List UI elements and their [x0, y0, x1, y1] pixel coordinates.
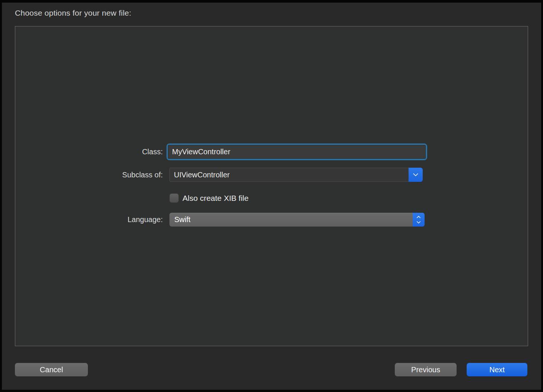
also-create-xib-label[interactable]: Also create XIB file: [182, 193, 248, 203]
language-popup-button[interactable]: Swift: [169, 213, 425, 227]
options-panel: [15, 26, 528, 346]
cancel-button[interactable]: Cancel: [15, 363, 88, 376]
language-popup-value: Swift: [174, 213, 410, 227]
new-file-options-dialog: Choose options for your new file: Class:…: [2, 3, 541, 390]
dialog-title: Choose options for your new file:: [15, 9, 131, 18]
class-label: Class:: [2, 143, 163, 160]
language-stepper-button[interactable]: [413, 213, 425, 227]
chevron-down-icon: [416, 219, 420, 224]
subclass-combo-box[interactable]: UIViewController: [169, 168, 423, 182]
chevron-down-icon: [413, 171, 418, 176]
also-create-xib-checkbox[interactable]: [169, 193, 179, 203]
subclass-of-label: Subclass of:: [2, 168, 163, 182]
subclass-combo-value[interactable]: UIViewController: [174, 168, 407, 181]
class-input[interactable]: [168, 145, 426, 159]
class-field-focus-ring: [166, 143, 427, 160]
next-button[interactable]: Next: [467, 363, 527, 376]
subclass-dropdown-button[interactable]: [409, 168, 423, 182]
language-label: Language:: [2, 213, 163, 227]
previous-button[interactable]: Previous: [395, 363, 457, 376]
